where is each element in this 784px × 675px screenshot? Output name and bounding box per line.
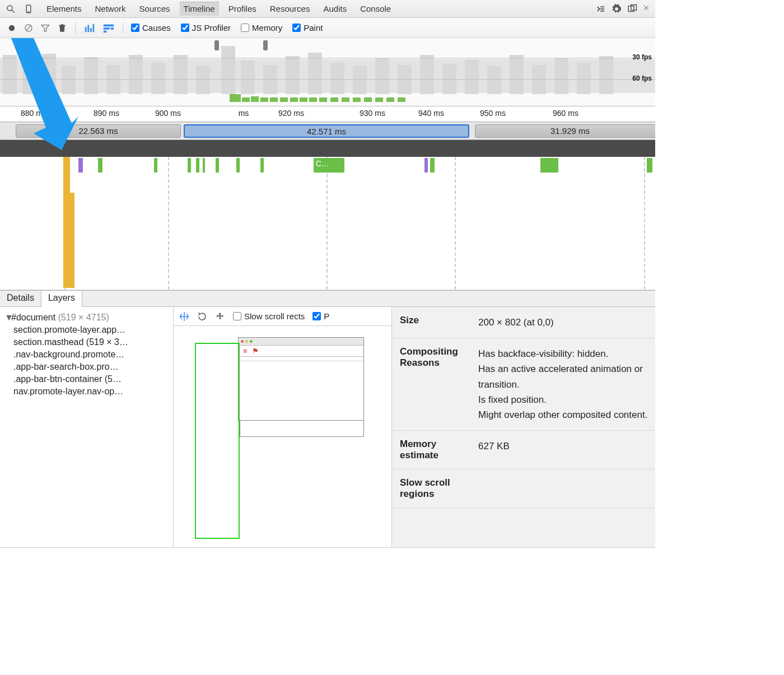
dock-icon[interactable] [627,4,637,14]
clear-icon[interactable] [24,23,34,33]
ruler-tick: 880 ms [21,109,46,118]
svg-rect-24 [3,55,17,94]
info-key: Memory estimate [392,431,476,469]
check-js-profiler[interactable]: JS Profiler [181,23,231,32]
overview-marker[interactable] [263,40,268,50]
check-memory[interactable]: Memory [241,23,282,32]
rotate-icon[interactable] [197,311,207,322]
svg-rect-20 [104,27,110,30]
check-paint[interactable]: Paint [292,23,323,32]
check-causes[interactable]: Causes [131,23,171,32]
info-row: Memory estimate627 KB [392,431,655,469]
layer-tree[interactable]: ▼#document (519 × 4715) section.promote-… [0,307,174,547]
tab-console[interactable]: Console [356,2,395,16]
bottom-panel-tabs: DetailsLayers [0,290,655,307]
svg-line-13 [26,25,31,30]
tab-elements[interactable]: Elements [43,2,86,16]
tab-profiles[interactable]: Profiles [225,2,260,16]
flame-event[interactable] [188,158,191,173]
flame-chart-icon[interactable] [102,22,115,34]
tree-item[interactable]: section.promote-layer.app… [4,324,169,336]
layer-preview[interactable]: Slow scroll rects P ≡ ⚑ [174,307,392,547]
tree-item[interactable]: nav.promote-layer.nav-op… [4,385,169,398]
tab-sources[interactable]: Sources [136,2,174,16]
reset-view-icon[interactable] [215,311,225,322]
svg-rect-16 [87,25,89,32]
frames-view-icon[interactable] [83,22,96,34]
record-icon[interactable] [7,23,17,33]
flame-event[interactable] [78,158,83,173]
info-row: Compositing ReasonsHas backface-visibili… [392,338,655,431]
flame-event[interactable] [260,158,264,173]
svg-marker-14 [41,25,49,31]
svg-rect-55 [242,97,250,102]
flame-event[interactable] [98,158,102,173]
flame-event[interactable] [424,158,428,173]
overview-chart[interactable]: 30 fps 60 fps [0,38,655,106]
flame-event[interactable] [196,158,199,173]
svg-rect-56 [251,96,259,102]
overview-marker[interactable] [214,40,219,50]
flame-event[interactable] [154,158,157,173]
layer-info-table: Size200 × 802 (at 0,0)Compositing Reason… [392,307,655,547]
flame-event[interactable] [63,157,70,193]
flame-event[interactable] [540,158,558,173]
info-value: Has backface-visibility: hidden.Has an a… [476,338,655,430]
frame-bar[interactable]: 42.571 ms [184,124,469,138]
frame-bar[interactable]: 31.929 ms [475,124,655,138]
flame-event[interactable] [216,158,219,173]
paint-label-fragment: P [324,311,329,321]
svg-rect-32 [174,55,188,94]
flame-event[interactable] [203,158,205,173]
svg-rect-67 [364,97,372,102]
tree-item[interactable]: .app-bar-search-box.pro… [4,361,169,373]
tab-resources[interactable]: Resources [266,2,314,16]
pan-icon[interactable] [179,311,189,322]
slow-scroll-rects-checkbox[interactable]: Slow scroll rects [233,311,305,321]
tree-item[interactable]: .app-bar-btn-container (5… [4,373,169,385]
tree-root[interactable]: ▼#document (519 × 4715) [4,311,169,324]
drawer-icon[interactable] [596,4,606,14]
filter-icon[interactable] [40,23,50,33]
info-value: 200 × 802 (at 0,0) [476,307,655,338]
device-mode-icon[interactable] [24,4,34,14]
flag-icon: ⚑ [252,347,259,355]
ruler-tick: 950 ms [480,109,506,118]
svg-rect-27 [62,66,76,94]
svg-rect-66 [353,97,361,102]
svg-rect-70 [398,97,405,102]
svg-rect-62 [309,97,317,102]
timeline-toolbar: CausesJS ProfilerMemoryPaint [0,18,655,38]
tree-item[interactable]: section.masthead (519 × 3… [4,336,169,348]
svg-rect-21 [111,27,114,30]
slow-scroll-label: Slow scroll rects [244,311,305,321]
ruler-tick: 960 ms [553,109,578,118]
frame-bars[interactable]: 22.563 ms42.571 ms31.929 ms [0,122,655,140]
panel-tab-layers[interactable]: Layers [41,291,82,307]
svg-rect-54 [230,94,241,102]
garbage-icon[interactable] [57,23,67,33]
svg-rect-22 [104,30,107,32]
tree-item[interactable]: .nav-background.promote… [4,348,169,361]
svg-rect-33 [196,66,210,94]
info-value: 627 KB [476,431,655,469]
tab-timeline[interactable]: Timeline [180,2,219,16]
svg-rect-38 [308,53,322,94]
flame-event-composite[interactable]: C… [314,158,344,173]
close-icon[interactable] [643,4,650,14]
preview-canvas[interactable]: ≡ ⚑ [174,326,391,544]
panel-tab-details[interactable]: Details [0,291,41,306]
flame-event[interactable] [647,158,652,173]
paint-checkbox-partial[interactable]: P [312,311,329,321]
flame-event[interactable] [63,193,74,288]
settings-gear-icon[interactable] [612,4,622,14]
flame-event[interactable] [236,158,240,173]
frame-bar[interactable]: 22.563 ms [16,124,181,138]
time-ruler[interactable]: 880 ms890 ms900 msms920 ms930 ms940 ms95… [0,106,655,122]
svg-rect-57 [260,97,268,102]
flame-chart[interactable]: C… [0,157,655,290]
tab-network[interactable]: Network [91,2,130,16]
search-icon[interactable] [6,4,16,14]
tab-audits[interactable]: Audits [319,2,351,16]
flame-event[interactable] [430,158,435,173]
